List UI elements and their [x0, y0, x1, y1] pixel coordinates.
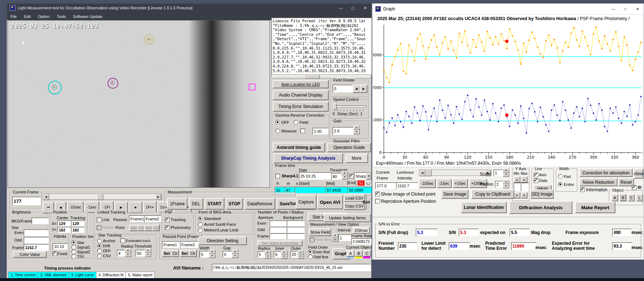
lt-clr2-button[interactable]: Clr — [152, 225, 159, 231]
graph-1sec-button[interactable]: +1Sec — [453, 179, 468, 188]
timing-tab-1[interactable]: 1. Time correct — [8, 272, 38, 279]
ymax-down-button[interactable]: ▼ — [521, 192, 528, 198]
menu-item-file[interactable]: File — [7, 14, 20, 19]
graph-1sec-button[interactable]: -1Sec — [437, 179, 452, 188]
id-checkbox[interactable] — [632, 185, 636, 190]
gain-input[interactable]: 2.6 — [333, 127, 354, 135]
ymin-up-button[interactable]: ▲ — [514, 176, 520, 183]
graph-close-button-small[interactable]: close — [634, 169, 643, 179]
gap-spinner[interactable]: ▲▼ — [232, 249, 238, 258]
position-set-tivi-radio[interactable] — [71, 254, 76, 259]
frame-scrollbar[interactable]: ◀▶ — [43, 193, 162, 200]
rotate-checkbox[interactable] — [97, 225, 101, 230]
aperture-ring-cyan[interactable] — [48, 81, 62, 94]
video-frame[interactable]: 2025 03 25 10:47:58:103 — [8, 20, 270, 188]
start-second-field[interactable] — [295, 187, 327, 193]
show-image-checkbox[interactable] — [375, 192, 380, 196]
graph-current-frame-field[interactable]: 177.0 — [375, 182, 397, 189]
graph-radius-spinner[interactable]: ▲▼ — [503, 180, 509, 188]
lower-limit-field[interactable]: 639 — [449, 242, 470, 250]
menu-item-option[interactable]: Option — [34, 14, 53, 19]
operation-guide-button[interactable]: Operation Guide — [327, 142, 371, 152]
current-object-c[interactable]: C — [363, 250, 370, 258]
copy-clipboard-button[interactable]: Copy to ClipBoard — [471, 189, 514, 199]
maximize-button[interactable]: ▢ — [347, 3, 359, 13]
field-rotate-input[interactable]: 0 — [333, 85, 354, 93]
dshow-button[interactable]: DShow — [353, 227, 370, 234]
st-threshold-spinner[interactable]: ▲▼ — [145, 248, 151, 257]
ymax-up-button[interactable]: ▲ — [521, 176, 528, 183]
position-set-star-radio[interactable] — [71, 240, 76, 245]
px-odd-aperture[interactable] — [269, 227, 287, 233]
asteroid-timing-guide-button[interactable]: Asteroid timing guide — [273, 142, 325, 152]
s1-indicator[interactable]: S1 — [358, 181, 364, 186]
menu-item-software-update[interactable]: Software Update — [70, 14, 106, 19]
sharp41-checkbox[interactable] — [275, 174, 280, 178]
avi-filename-field[interactable]: I:¥A-えんぺい観測¥観測記録2025¥20250325○2000AY182自… — [212, 264, 371, 271]
width-spinner[interactable]: ▲▼ — [209, 249, 215, 258]
show-field-button[interactable]: Show Field — [309, 228, 331, 236]
width-entire-radio[interactable] — [558, 182, 563, 187]
star-tracking-drift-radio[interactable] — [97, 244, 102, 248]
field-measure-checkbox[interactable] — [310, 238, 314, 242]
line-data-checkbox[interactable] — [534, 178, 538, 183]
make-report-button[interactable]: Make Report — [575, 202, 615, 213]
sharp-dropdown[interactable]: Sharp ▼ — [354, 172, 372, 180]
pp-clr1-button[interactable]: Clr — [171, 250, 179, 257]
st-radius-spinner[interactable]: ▲▼ — [125, 248, 131, 257]
width-part-radio[interactable] — [558, 174, 563, 179]
inner-spinner[interactable]: ▲▼ — [281, 250, 287, 259]
graph-minimize-button[interactable]: — — [607, 4, 619, 14]
estimated-track-checkbox[interactable] — [120, 238, 125, 243]
file-panel-hscrollbar[interactable] — [271, 74, 371, 78]
lt-frame2-field[interactable]: Frame2 — [144, 215, 161, 222]
fwhm-fixed-checkbox[interactable] — [52, 251, 57, 256]
audio-channel-display-button[interactable]: Audio Channel Display — [273, 90, 329, 100]
outer-spinner[interactable]: ▲▼ — [297, 250, 304, 259]
current-object-b[interactable]: B — [355, 250, 362, 258]
pp-set1-button[interactable]: Set — [162, 250, 171, 257]
px-frame-background[interactable] — [287, 233, 305, 239]
lt-clr1-button[interactable]: Clr — [137, 225, 144, 231]
field-rotate-right-button[interactable]: ▶ — [360, 85, 367, 93]
gamma-value-field[interactable]: 1.00 — [313, 128, 328, 135]
gamma-field-radio[interactable] — [294, 120, 298, 125]
menu-item-edit[interactable]: Edit — [20, 14, 34, 19]
sharpcap-timing-analysis-button[interactable]: SharpCap Timing Analysis — [273, 153, 343, 163]
expected-on-field[interactable]: 5.5 — [510, 229, 530, 236]
line-axis-checkbox[interactable] — [534, 173, 538, 177]
ymax-box[interactable] — [521, 183, 529, 191]
object-c-button[interactable]: C — [628, 194, 635, 201]
field-rotate-left-button[interactable]: ◀ — [353, 85, 360, 93]
even-first-radio[interactable] — [308, 249, 313, 254]
bkg-standard-radio[interactable] — [198, 216, 202, 221]
timing-tab-4[interactable]: 4. Diffraction fit — [96, 272, 126, 279]
lt-frame1-field[interactable]: Frame1 — [129, 215, 146, 222]
open-avi-button[interactable]: Open AVI — [317, 195, 343, 209]
pp-frame2-field[interactable]: Frame2 — [180, 241, 199, 248]
position-set-signal2-radio[interactable] — [71, 249, 76, 254]
star-tracking-off-radio[interactable] — [97, 249, 102, 253]
sn-field[interactable]: 5.3 — [459, 229, 479, 236]
pos-x-tracking[interactable]: 129 — [71, 220, 85, 226]
current-object-a[interactable]: A — [347, 250, 354, 258]
copy-csv-button[interactable]: Copy CSV — [344, 202, 365, 210]
reproduce-aperture-checkbox[interactable] — [375, 199, 380, 203]
object-l-button[interactable]: L — [636, 194, 643, 201]
capture-button[interactable]: Capture — [296, 195, 316, 209]
s2-indicator[interactable]: S2 — [365, 181, 372, 187]
dropdown-arrow[interactable]: ▼ — [366, 173, 371, 179]
fwhm-field[interactable]: 10.10 — [53, 243, 68, 250]
lt-set1-button[interactable]: Set — [129, 225, 138, 231]
gamma-checkbox[interactable] — [300, 128, 305, 133]
gain-spinner[interactable]: ▲▼ — [353, 126, 360, 134]
graph-maximize-button[interactable]: □ — [619, 4, 631, 14]
pp-clr2-button[interactable]: Clr — [189, 250, 197, 257]
transport-7[interactable]: 1Fr+ — [143, 201, 157, 213]
light-curve-chart[interactable]: 2025 Mar 25; (23144) 2000 AY182 occults … — [373, 15, 643, 167]
graph-10sec-button[interactable]: -10Sec — [419, 179, 436, 188]
file-format-panel[interactable]: Limovie File Format (for Ver.0.9.99.5 la… — [271, 18, 373, 76]
gamma-off-radio[interactable] — [275, 120, 280, 125]
star-odd-field[interactable] — [24, 237, 49, 244]
position-set-signal1-radio[interactable] — [71, 245, 76, 249]
